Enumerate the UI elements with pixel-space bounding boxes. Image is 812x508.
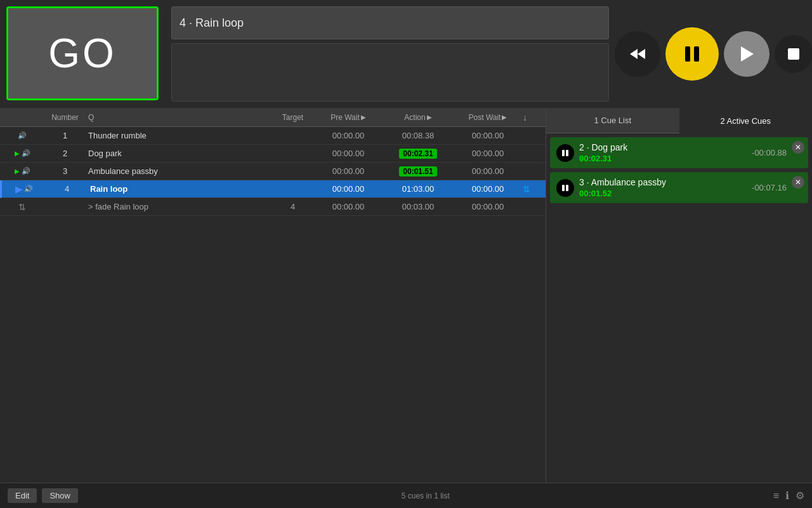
- end-icon: ↓: [523, 112, 527, 123]
- row-1-icons: 🔊: [0, 131, 44, 140]
- speaker-icon: 🔊: [22, 167, 30, 175]
- cue-3-close-button[interactable]: ✕: [792, 176, 804, 189]
- cue-title-bar: 4 · Rain loop: [171, 6, 609, 39]
- row-1-prewait: 00:00.00: [313, 131, 383, 140]
- play-icon: ▶: [15, 150, 20, 157]
- speaker-icon: 🔊: [24, 185, 33, 193]
- active-cues-list: 2 · Dog park 00:02.31 -00:00.88 ✕ 3 · Am…: [546, 133, 812, 483]
- row-3-name: Ambulance passby: [86, 166, 272, 176]
- cue-3-elapsed: 00:01.52: [579, 189, 747, 198]
- row-1-name: Thunder rumble: [86, 131, 272, 140]
- prewait-sort-icon: ▶: [361, 114, 366, 121]
- cue-pause-button[interactable]: [556, 179, 574, 197]
- show-button[interactable]: Show: [42, 488, 78, 503]
- edit-button[interactable]: Edit: [8, 488, 37, 503]
- row-2-number: 2: [44, 149, 86, 158]
- svg-rect-7: [566, 150, 568, 156]
- svg-rect-3: [694, 46, 699, 62]
- row-2-prewait: 00:00.00: [313, 149, 383, 158]
- loop-icon: ⇅: [523, 184, 530, 194]
- row-2-icons: ▶ 🔊: [0, 149, 44, 157]
- go-button-label: GO: [48, 30, 117, 77]
- row-fade-action: 00:03.00: [383, 202, 453, 211]
- settings-icon[interactable]: ⚙: [796, 490, 804, 502]
- table-row[interactable]: ⇅ > fade Rain loop 4 00:00.00 00:03.00 0…: [0, 198, 546, 216]
- svg-rect-2: [685, 46, 690, 62]
- row-fade-icons: ⇅: [0, 202, 44, 212]
- col-action-header: Action ▶: [383, 113, 453, 122]
- row-3-icons: ▶ 🔊: [0, 167, 44, 175]
- row-4-postwait: 00:00.00: [453, 184, 523, 194]
- postwait-sort-icon: ▶: [502, 114, 507, 121]
- row-2-name: Dog park: [86, 149, 272, 158]
- row-4-name: Rain loop: [88, 184, 272, 194]
- play-button[interactable]: [724, 31, 769, 77]
- cue-pointer-icon: ▶: [15, 184, 22, 194]
- tab-cue-list[interactable]: 1 Cue List: [546, 108, 679, 133]
- cue-2-name: 2 · Dog park: [579, 142, 747, 152]
- rewind-button[interactable]: [615, 31, 660, 77]
- cue-3-name: 3 · Ambulance passby: [579, 177, 747, 187]
- row-4-number: 4: [46, 184, 88, 194]
- transport-section: [615, 0, 812, 108]
- row-fade-postwait: 00:00.00: [453, 202, 523, 211]
- col-postwait-header: Post Wait ▶: [453, 113, 523, 122]
- cue-table-header: Number Q Target Pre Wait ▶ Action ▶ Post…: [0, 108, 546, 127]
- row-1-postwait: 00:00.00: [453, 131, 523, 140]
- col-target-header: Target: [272, 113, 313, 122]
- tab-active-cues[interactable]: 2 Active Cues: [679, 108, 813, 133]
- info-icon[interactable]: ℹ: [785, 490, 789, 502]
- row-4-prewait: 00:00.00: [313, 184, 383, 194]
- row-1-number: 1: [44, 131, 86, 140]
- status-text: 5 cues in 1 list: [83, 491, 768, 500]
- cue-pause-button[interactable]: [556, 144, 574, 162]
- col-prewait-header: Pre Wait ▶: [313, 113, 383, 122]
- svg-marker-1: [638, 49, 645, 59]
- svg-rect-8: [562, 185, 565, 191]
- cue-info-section: 4 · Rain loop: [165, 0, 615, 108]
- active-cue-card: 3 · Ambulance passby 00:01.52 -00:07.16 …: [550, 172, 808, 203]
- row-3-postwait: 00:00.00: [453, 166, 523, 176]
- row-fade-name: > fade Rain loop: [86, 202, 272, 211]
- row-4-action: 01:03.00: [383, 184, 453, 194]
- current-cue-title: 4 · Rain loop: [180, 17, 244, 30]
- cue-3-info: 3 · Ambulance passby 00:01.52: [579, 177, 747, 198]
- row-2-postwait: 00:00.00: [453, 149, 523, 158]
- action-sort-icon: ▶: [427, 114, 432, 121]
- row-1-action: 00:08.38: [383, 131, 453, 140]
- list-icon[interactable]: ≡: [773, 490, 779, 502]
- svg-marker-4: [741, 46, 754, 62]
- table-row[interactable]: 🔊 1 Thunder rumble 00:00.00 00:08.38 00:…: [0, 127, 546, 145]
- table-row[interactable]: ▶ 🔊 4 Rain loop 00:00.00 01:03.00 00:00.…: [0, 180, 546, 198]
- table-row[interactable]: ▶ 🔊 3 Ambulance passby 00:00.00 00:01.51…: [0, 163, 546, 180]
- right-panel-tabs: 1 Cue List 2 Active Cues: [546, 108, 812, 133]
- bottom-icons: ≡ ℹ ⚙: [773, 490, 804, 502]
- pause-button[interactable]: [665, 27, 719, 81]
- cue-rows: 🔊 1 Thunder rumble 00:00.00 00:08.38 00:…: [0, 127, 546, 483]
- row-3-number: 3: [44, 166, 86, 176]
- col-q-header: Q: [86, 113, 272, 122]
- row-2-action: 00:02.31: [383, 149, 453, 159]
- svg-rect-5: [788, 48, 799, 60]
- row-4-end: ⇅: [523, 184, 546, 194]
- speaker-icon: 🔊: [18, 131, 27, 140]
- cue-2-info: 2 · Dog park 00:02.31: [579, 142, 747, 163]
- svg-marker-0: [630, 49, 638, 59]
- stop-button[interactable]: [775, 35, 812, 73]
- go-button[interactable]: GO: [6, 6, 159, 100]
- active-cue-card: 2 · Dog park 00:02.31 -00:00.88 ✕: [550, 137, 808, 168]
- row-fade-target: 4: [272, 202, 313, 211]
- row-3-action: 00:01.51: [383, 166, 453, 177]
- svg-rect-6: [562, 150, 565, 156]
- cue-list-section: Number Q Target Pre Wait ▶ Action ▶ Post…: [0, 108, 546, 483]
- play-icon: ▶: [15, 168, 20, 175]
- cue-2-close-button[interactable]: ✕: [792, 141, 804, 154]
- sub-cue-icon: ⇅: [18, 202, 26, 212]
- go-section: GO: [0, 0, 165, 108]
- table-row[interactable]: ▶ 🔊 2 Dog park 00:00.00 00:02.31 00:00.0…: [0, 145, 546, 163]
- row-4-icons: ▶ 🔊: [2, 184, 46, 194]
- row-fade-prewait: 00:00.00: [313, 202, 383, 211]
- bottom-bar: Edit Show 5 cues in 1 list ≡ ℹ ⚙: [0, 483, 812, 508]
- cue-notes-bar: [171, 43, 609, 102]
- svg-rect-9: [566, 185, 568, 191]
